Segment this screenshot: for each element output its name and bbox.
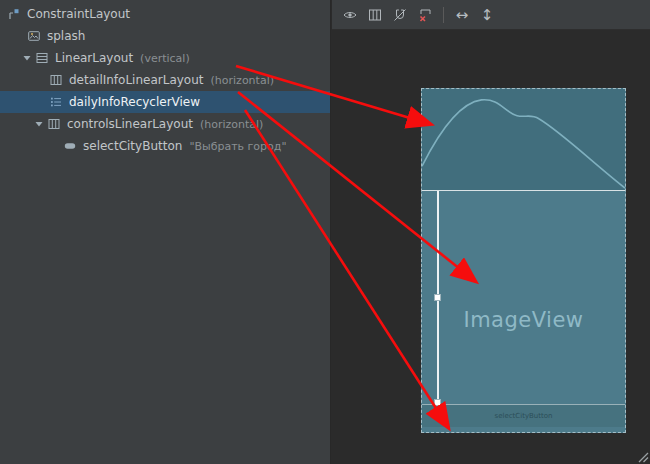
tree-item-suffix: (horizontal) [211, 74, 274, 87]
tree-item-constraintlayout[interactable]: ConstraintLayout [0, 3, 330, 25]
imageview-label: ImageView [463, 308, 583, 332]
resize-handle[interactable] [434, 399, 441, 406]
select-city-button[interactable]: selectCityButton [495, 412, 553, 420]
constraint-layout-icon [6, 7, 22, 21]
tree-item-selectcitybutton[interactable]: selectCityButton "Выбрать город" [0, 135, 330, 157]
tree-item-label: splash [47, 29, 85, 43]
tree-item-suffix: (vertical) [140, 52, 190, 65]
expand-vertical-icon[interactable]: ↕ [478, 6, 496, 24]
design-toolbar: ↔ ↕ [332, 0, 650, 30]
tree-item-linearlayout[interactable]: LinearLayout (vertical) [0, 47, 330, 69]
tree-item-splash[interactable]: splash [0, 25, 330, 47]
toolbar-separator [443, 7, 444, 23]
linear-layout-horizontal-icon [46, 117, 62, 131]
linear-layout-vertical-icon [34, 51, 50, 65]
design-surface-icon[interactable] [366, 6, 384, 24]
detail-info-area[interactable] [422, 89, 625, 191]
chevron-down-icon[interactable] [20, 51, 34, 65]
imageview-area[interactable]: ImageView [422, 191, 625, 404]
tree-item-label: dailyInfoRecyclerView [69, 95, 200, 109]
autoconnect-off-icon[interactable] [391, 6, 409, 24]
tree-item-dailyinforecyclerview[interactable]: dailyInfoRecyclerView [0, 91, 330, 113]
tree-item-label: controlsLinearLayout [67, 117, 193, 131]
expand-horizontal-icon[interactable]: ↔ [453, 6, 471, 24]
image-icon [26, 29, 42, 43]
component-tree-panel: ConstraintLayout splash LinearLayout (ve… [0, 0, 331, 464]
tree-item-label: selectCityButton [83, 139, 182, 153]
chart-curve [422, 89, 625, 190]
visibility-icon[interactable] [341, 6, 359, 24]
tree-item-suffix: (horizontal) [200, 118, 263, 131]
tree-item-suffix: "Выбрать город" [189, 140, 286, 153]
clear-constraints-icon[interactable] [416, 6, 434, 24]
chevron-down-icon[interactable] [32, 117, 46, 131]
controls-area[interactable]: selectCityButton [422, 404, 625, 427]
resize-grip-icon[interactable] [633, 447, 649, 463]
device-preview[interactable]: ImageView selectCityButton [421, 88, 626, 433]
linear-layout-horizontal-icon [48, 73, 64, 87]
recycler-view-icon [48, 95, 64, 109]
tree-item-label: ConstraintLayout [27, 7, 130, 21]
button-icon [62, 139, 78, 153]
tree-item-label: LinearLayout [55, 51, 133, 65]
tree-item-controlslinearlayout[interactable]: controlsLinearLayout (horizontal) [0, 113, 330, 135]
tree-item-label: detailInfoLinearLayout [69, 73, 204, 87]
tree-item-detailinfolinearlayout[interactable]: detailInfoLinearLayout (horizontal) [0, 69, 330, 91]
resize-handle[interactable] [434, 294, 441, 301]
